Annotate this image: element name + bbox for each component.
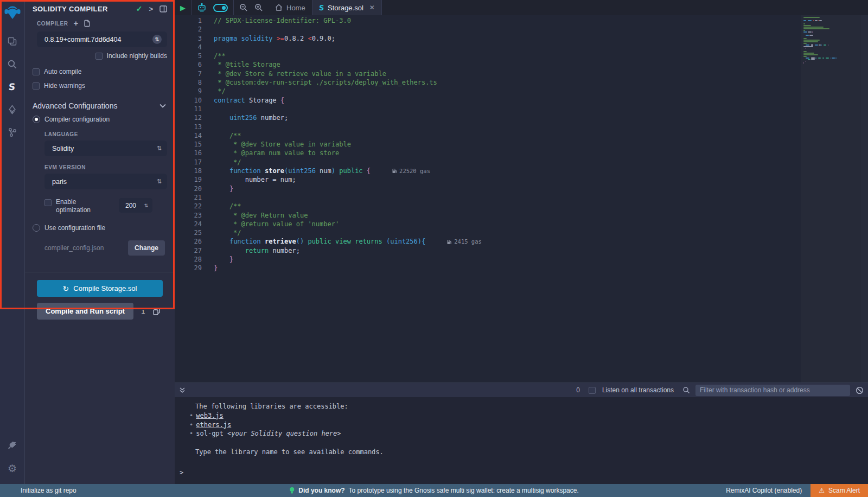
listen-all-transactions-checkbox[interactable] [589,387,596,394]
code-line[interactable]: 22 /** [175,202,868,211]
code-line[interactable]: 28 } [175,255,868,264]
git-branch-icon [8,128,17,137]
terminal-prompt: > [180,469,183,476]
auto-compile-checkbox[interactable] [33,68,40,75]
add-compiler-icon[interactable]: + [74,21,79,26]
code-editor[interactable]: 1// SPDX-License-Identifier: GPL-3.023pr… [175,15,868,383]
sidebar-item-plugin-manager[interactable] [0,434,25,457]
evm-version-select[interactable]: paris ⇅ [44,174,167,189]
run-script-button[interactable]: ▶ [180,4,186,12]
transaction-count: 0 [576,386,580,394]
code-line[interactable]: 8 * @custom:dev-run-script ./scripts/dep… [175,78,868,87]
zoom-in-icon[interactable] [254,3,263,12]
ai-copilot-robot-icon[interactable] [197,3,207,12]
clear-console-icon[interactable] [856,386,864,394]
hide-warnings-checkbox[interactable] [33,82,40,90]
enable-optimization-checkbox[interactable] [44,199,52,206]
compile-and-run-button[interactable]: Compile and Run script [37,303,133,320]
code-line[interactable]: 27 return number; [175,246,868,255]
use-config-file-radio[interactable] [33,224,40,232]
tab-home[interactable]: Home [269,0,312,15]
transaction-filter-input[interactable] [695,385,850,396]
compiler-version-select[interactable]: 0.8.19+commit.7dd6d404 ⇅ [37,31,167,47]
include-nightly-checkbox[interactable] [95,53,103,60]
terminal[interactable]: The following libraries are accessible:•… [175,397,868,484]
compile-button[interactable]: ↻ Compile Storage.sol [37,280,163,297]
library-link[interactable]: ethers.js [196,420,231,430]
remix-logo-icon[interactable] [3,4,22,22]
copilot-status[interactable]: RemixAI Copilot (enabled) [726,487,802,494]
code-line[interactable]: 14 /** [175,131,868,140]
code-line[interactable]: 19 number = num; [175,175,868,184]
open-file-icon[interactable] [84,20,91,27]
language-select[interactable]: Solidity ⇅ [44,141,167,156]
line-content: * @custom:dev-run-script ./scripts/deplo… [202,78,437,87]
code-line[interactable]: 17 */ [175,158,868,167]
code-line[interactable]: 6 * @title Storage [175,60,868,69]
compiler-configuration-radio[interactable] [33,116,40,123]
scam-alert-button[interactable]: ⚠ Scam Alert [810,484,868,497]
git-init-button[interactable]: Initialize as git repo [0,487,76,494]
code-line[interactable]: 23 * @dev Return value [175,211,868,220]
code-line[interactable]: 25 */ [175,228,868,237]
code-line[interactable]: 4 [175,43,868,52]
evm-version-label: EVM VERSION [44,164,86,170]
code-line[interactable]: 12 uint256 number; [175,113,868,122]
config-file-name: compiler_config.json [44,244,128,252]
chevron-down-icon[interactable] [159,104,166,108]
editor-minimap[interactable] [801,15,861,383]
sidebar-item-search[interactable] [0,53,25,75]
code-line[interactable]: 11 [175,105,868,113]
sidebar-item-file-explorer[interactable] [0,30,25,53]
copilot-toggle[interactable] [213,4,228,12]
code-line[interactable]: 24 * @return value of 'number' [175,220,868,228]
line-number: 8 [175,78,202,87]
code-line[interactable]: 21 [175,193,868,202]
code-line[interactable]: 18 function store(uint256 num) public {2… [175,167,868,175]
collapse-terminal-icon[interactable] [179,387,186,393]
change-config-button[interactable]: Change [128,240,165,256]
code-line[interactable]: 10contract Storage { [175,96,868,105]
line-content: /** [202,131,241,140]
sidebar-item-source-control[interactable] [0,121,25,144]
plug-icon [7,441,17,451]
code-line[interactable]: 15 * @dev Store value in variable [175,140,868,149]
code-line[interactable]: 7 * @dev Store & retrieve value in a var… [175,69,868,78]
close-tab-icon[interactable]: ✕ [369,4,375,11]
info-icon[interactable]: i [141,307,145,315]
code-line[interactable]: 26 function retrieve() public view retur… [175,237,868,246]
code-line[interactable]: 2 [175,25,868,34]
code-line[interactable]: 29} [175,264,868,272]
editor-toolbar: ▶ [175,0,868,15]
line-number: 13 [175,123,202,131]
code-line[interactable]: 9 */ [175,87,868,95]
line-number: 22 [175,202,202,211]
line-number: 5 [175,52,202,60]
code-line[interactable]: 5/** [175,52,868,60]
gas-estimate-badge: 22520 gas [392,167,430,175]
code-line[interactable]: 13 [175,123,868,131]
sidebar-item-deploy-and-run[interactable] [0,98,25,121]
sidebar-item-solidity-compiler[interactable]: S [0,75,25,98]
line-content [202,105,214,113]
advanced-configurations-title[interactable]: Advanced Configurations [33,101,159,110]
line-number: 25 [175,228,202,237]
code-line[interactable]: 20 } [175,184,868,193]
use-config-file-label: Use configuration file [44,224,105,232]
terminal-line: •sol-gpt <your Solidity question here> [195,429,868,438]
library-link[interactable]: web3.js [196,411,224,420]
code-line[interactable]: 1// SPDX-License-Identifier: GPL-3.0 [175,16,868,25]
code-line[interactable]: 16 * @param num value to store [175,149,868,157]
line-content [202,43,214,52]
tab-storage-sol[interactable]: S Storage.sol ✕ [312,0,382,15]
pin-panel-icon[interactable] [159,5,167,12]
tip-title: Did you know? [298,487,344,494]
forward-chevron-icon[interactable]: > [149,5,153,13]
optimization-runs-input[interactable]: 200 ⇅ [119,198,152,213]
copy-icon[interactable] [153,308,160,315]
sidebar-item-settings[interactable]: ⚙ [0,457,25,480]
zoom-out-icon[interactable] [239,3,248,12]
code-line[interactable]: 3pragma solidity >=0.8.2 <0.9.0; [175,34,868,43]
editor-scrollbar[interactable] [861,15,868,383]
line-content: function store(uint256 num) public { [202,167,371,175]
